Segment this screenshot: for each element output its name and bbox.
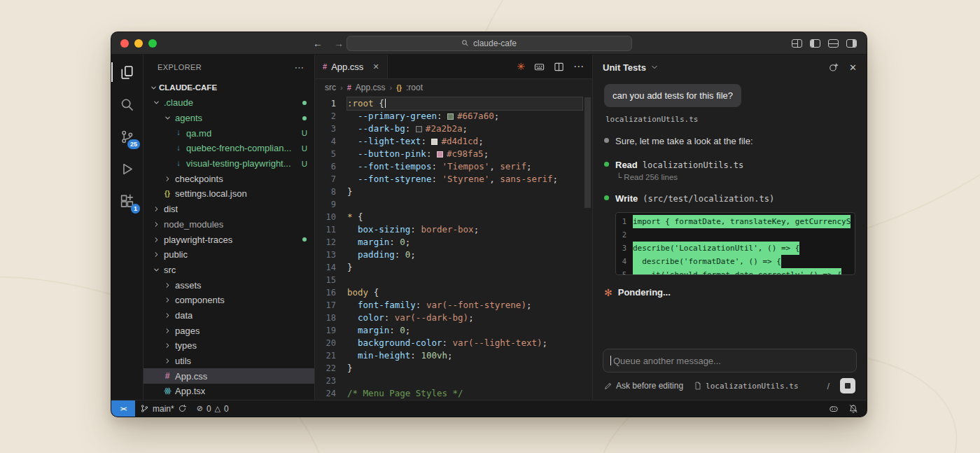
tree-item-types[interactable]: types xyxy=(144,338,314,354)
code-line[interactable]: 1:root { xyxy=(315,97,592,110)
code-line[interactable]: 5 --button-pink: #c98fa5; xyxy=(315,148,592,160)
tree-item-dist[interactable]: dist xyxy=(144,202,314,217)
code-line[interactable]: 2 --primary-green: #667a60; xyxy=(315,110,592,123)
explorer-activity-button[interactable] xyxy=(111,56,143,88)
line-number: 3 xyxy=(315,123,347,135)
code-line[interactable]: 19 margin: 0; xyxy=(315,324,592,337)
color-swatch[interactable] xyxy=(416,126,422,132)
permission-mode-button[interactable]: Ask before editing xyxy=(604,381,683,391)
message-input[interactable]: Queue another message... xyxy=(603,349,857,372)
toggle-secondary-sidebar-icon[interactable] xyxy=(846,39,857,48)
code-line[interactable]: 6 --font-tiempos: 'Tiempos', serif; xyxy=(315,160,592,173)
workspace-root-folder[interactable]: CLAUDE-CAFE xyxy=(144,80,314,95)
diff-line: 3describe('LocalizationUtil', () => { xyxy=(616,242,855,255)
code-line[interactable]: 23 xyxy=(315,375,592,387)
tool-step-write[interactable]: Write(src/test/localization.ts) xyxy=(604,193,855,205)
tree-item-qa-md[interactable]: ↓qa.mdU xyxy=(144,125,314,141)
claude-spinner-icon: ✻ xyxy=(604,287,612,298)
tree-item-visual-testing-playwright[interactable]: ↓visual-testing-playwright...U xyxy=(144,156,314,172)
code-line[interactable]: 22} xyxy=(315,362,592,375)
command-center-search[interactable]: claude-cafe xyxy=(346,36,632,51)
new-chat-icon[interactable] xyxy=(829,62,839,72)
close-window-button[interactable] xyxy=(120,39,129,48)
notifications-muted-icon[interactable] xyxy=(848,404,858,414)
explorer-more-actions-icon[interactable]: ⋯ xyxy=(295,62,304,73)
code-editor[interactable]: 1:root {2 --primary-green: #667a60;3 --d… xyxy=(315,96,592,400)
tree-item-public[interactable]: public xyxy=(144,247,314,263)
editor-scrollbar[interactable] xyxy=(584,97,591,208)
copilot-icon[interactable] xyxy=(829,404,839,414)
tree-item-app-tsx[interactable]: App.tsx xyxy=(144,384,314,399)
code-line[interactable]: 12 margin: 0; xyxy=(315,236,592,249)
tree-item-assets[interactable]: assets xyxy=(144,277,314,293)
code-line[interactable]: 10* { xyxy=(315,211,592,223)
color-swatch[interactable] xyxy=(431,139,438,145)
code-line[interactable]: 24/* Menu Page Styles */ xyxy=(315,387,592,400)
claude-spark-icon[interactable]: ✳ xyxy=(517,62,525,71)
toggle-sidebar-icon[interactable] xyxy=(810,39,820,48)
tree-item-app-css[interactable]: #App.css xyxy=(144,368,314,384)
tree-item-settings-local-json[interactable]: {}settings.local.json xyxy=(144,186,314,202)
source-control-activity-button[interactable]: 25 xyxy=(111,120,143,153)
search-activity-button[interactable] xyxy=(111,88,143,120)
code-line[interactable]: 15 xyxy=(315,274,592,286)
customize-layout-icon[interactable] xyxy=(792,39,802,48)
chevron-right-icon xyxy=(162,327,173,335)
text-cursor xyxy=(385,99,386,108)
code-line[interactable]: 18 color: var(--dark-bg); xyxy=(315,312,592,324)
split-editor-icon[interactable] xyxy=(554,62,564,72)
breadcrumb-file[interactable]: App.css xyxy=(356,83,386,92)
tree-item-agents[interactable]: agents xyxy=(144,111,314,126)
code-line[interactable]: 4 --light-text: #d4d1cd; xyxy=(315,135,592,148)
back-icon[interactable]: ← xyxy=(313,38,323,49)
extensions-activity-button[interactable]: 1 xyxy=(111,185,143,217)
attached-file-chip[interactable]: localizationUtils.ts xyxy=(694,382,798,391)
tree-item-checkpoints[interactable]: checkpoints xyxy=(144,171,314,186)
code-line[interactable]: 21 min-height: 100vh; xyxy=(315,349,592,362)
git-branch-status[interactable]: main* xyxy=(135,400,192,417)
close-panel-icon[interactable]: ✕ xyxy=(849,62,857,73)
code-line[interactable]: 3 --dark-bg: #2a2b2a; xyxy=(315,123,592,135)
more-actions-icon[interactable]: ⋯ xyxy=(573,60,584,73)
tree-item-components[interactable]: components xyxy=(144,293,314,308)
tree-item-claude[interactable]: .claude xyxy=(144,95,314,111)
toggle-panel-icon[interactable] xyxy=(828,39,839,48)
code-line[interactable]: 17 font-family: var(--font-styrene); xyxy=(315,299,592,312)
diff-preview[interactable]: 1import { formatDate, translateKey, getC… xyxy=(615,212,855,275)
tab-app-css[interactable]: # App.css ✕ xyxy=(315,55,388,78)
run-debug-activity-button[interactable] xyxy=(111,153,143,185)
breadcrumb-symbol[interactable]: :root xyxy=(406,83,423,92)
tree-item-node-modules[interactable]: node_modules xyxy=(144,217,314,232)
tool-step-read[interactable]: ReadlocalizationUtils.ts xyxy=(604,159,855,172)
tree-item-src[interactable]: src xyxy=(144,263,314,278)
color-swatch[interactable] xyxy=(447,113,454,120)
code-line[interactable]: 14} xyxy=(315,261,592,274)
color-swatch[interactable] xyxy=(437,151,443,158)
code-line[interactable]: 13 padding: 0; xyxy=(315,249,592,261)
source-control-badge: 25 xyxy=(127,139,140,149)
session-selector[interactable]: Unit Tests xyxy=(603,62,658,73)
tree-item-quebec-french-complian[interactable]: ↓quebec-french-complian...U xyxy=(144,141,314,156)
code-line[interactable]: 7 --font-styrene: 'Styrene', sans-serif; xyxy=(315,173,592,186)
remote-indicator[interactable]: >< xyxy=(111,400,135,417)
minimize-window-button[interactable] xyxy=(134,39,143,48)
code-line[interactable]: 20 background-color: var(--light-text); xyxy=(315,337,592,349)
forward-icon[interactable]: → xyxy=(334,38,344,49)
stop-button[interactable] xyxy=(840,378,855,393)
line-number: 11 xyxy=(315,223,347,236)
spacer xyxy=(604,298,855,342)
tree-item-playwright-traces[interactable]: playwright-traces xyxy=(144,232,314,247)
code-line[interactable]: 9 xyxy=(315,198,592,211)
code-line[interactable]: 16body { xyxy=(315,286,592,299)
breadcrumb-folder[interactable]: src xyxy=(325,83,336,92)
tree-item-utils[interactable]: utils xyxy=(144,354,314,369)
tree-item-label: src xyxy=(164,265,176,275)
problems-status[interactable]: ⊘ 0 △ 0 xyxy=(192,400,234,417)
keyboard-icon[interactable] xyxy=(534,62,545,72)
tree-item-data[interactable]: data xyxy=(144,308,314,323)
code-line[interactable]: 11 box-sizing: border-box; xyxy=(315,223,592,236)
tree-item-pages[interactable]: pages xyxy=(144,323,314,338)
zoom-window-button[interactable] xyxy=(148,39,157,48)
close-tab-icon[interactable]: ✕ xyxy=(372,62,379,71)
code-line[interactable]: 8} xyxy=(315,186,592,198)
